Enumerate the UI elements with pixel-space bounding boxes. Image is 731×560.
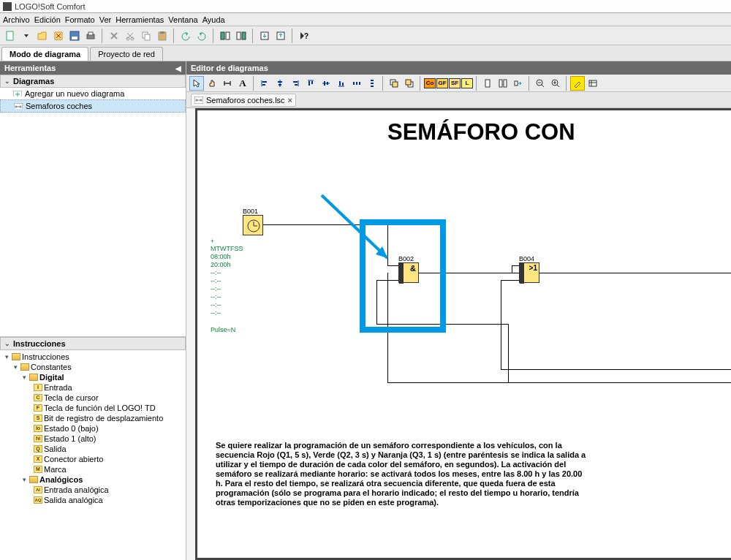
menu-format[interactable]: Formato: [65, 15, 95, 24]
text-tool[interactable]: A: [235, 76, 250, 91]
mode-tabs: Modo de diagrama Proyecto de red: [0, 45, 731, 61]
upload-button[interactable]: [273, 29, 288, 43]
title-bar: LOGO!Soft Comfort: [0, 0, 731, 13]
bring-front[interactable]: [387, 76, 401, 91]
svg-rect-49: [356, 82, 357, 85]
editor-area: Editor de diagramas A Co GF SF L: [186, 61, 731, 560]
pointer-tool[interactable]: [189, 76, 204, 91]
zoom-in[interactable]: [548, 76, 563, 91]
svg-rect-32: [262, 84, 265, 86]
wire-b004-out: [539, 273, 731, 273]
paste-button[interactable]: [155, 29, 170, 43]
align-top[interactable]: [303, 76, 318, 91]
layout1-button[interactable]: [218, 29, 232, 43]
zoom-out[interactable]: [533, 76, 548, 91]
undo-button[interactable]: [178, 29, 193, 43]
menu-tools[interactable]: Herramientas: [115, 15, 164, 24]
ref-tool[interactable]: [586, 76, 600, 91]
convert-button[interactable]: [511, 76, 526, 91]
instruction-tree[interactable]: ▾Instrucciones ▾Constantes ▾Digital IEnt…: [0, 350, 186, 515]
redo-button[interactable]: [194, 29, 209, 43]
b001-label: B001: [243, 208, 258, 215]
menu-window[interactable]: Ventana: [168, 15, 197, 24]
align-center-v[interactable]: [273, 76, 287, 91]
align-bottom[interactable]: [334, 76, 349, 91]
tab-diagram-mode[interactable]: Modo de diagrama: [1, 47, 88, 61]
align-center-h[interactable]: [319, 76, 333, 91]
save-button[interactable]: [67, 29, 82, 43]
link-tool[interactable]: [220, 76, 235, 91]
open-button[interactable]: [35, 29, 50, 43]
close-doc-button[interactable]: [51, 29, 66, 43]
dist-v[interactable]: [365, 76, 379, 91]
new-dropdown[interactable]: [19, 29, 34, 43]
co-button[interactable]: Co: [424, 78, 436, 88]
doc-tabs: Semaforos coches.lsc ×: [186, 92, 731, 108]
inst-i[interactable]: IEntrada: [0, 382, 186, 393]
svg-rect-57: [406, 80, 411, 85]
gf-button[interactable]: GF: [436, 78, 448, 88]
block-b004[interactable]: >1: [519, 262, 539, 283]
svg-rect-7: [88, 32, 93, 35]
layout2-button[interactable]: [234, 29, 249, 43]
dist-h[interactable]: [349, 76, 364, 91]
collapse-left-icon[interactable]: ◀: [175, 64, 181, 72]
page-multi[interactable]: [496, 76, 510, 91]
menu-file[interactable]: Archivo: [3, 15, 30, 24]
cut-button[interactable]: [123, 29, 137, 43]
menu-edit[interactable]: Edición: [34, 15, 61, 24]
send-back[interactable]: [402, 76, 417, 91]
param-t1: 08:00h: [211, 253, 231, 261]
svg-rect-38: [295, 84, 298, 86]
svg-rect-35: [279, 84, 281, 86]
wire-b004-in-v: [512, 265, 512, 273]
block-b001[interactable]: [243, 215, 263, 235]
svg-rect-16: [221, 32, 224, 39]
new-button[interactable]: [3, 29, 18, 43]
svg-rect-47: [342, 83, 344, 86]
inst-q[interactable]: QSalida: [0, 444, 186, 454]
print-button[interactable]: [83, 29, 98, 43]
inst-lo[interactable]: loEstado 0 (bajo): [0, 423, 186, 434]
app-icon: [3, 2, 12, 11]
instructions-header[interactable]: ⌄ Instrucciones: [0, 337, 186, 350]
inst-ai[interactable]: AIEntrada analógica: [0, 485, 186, 495]
svg-line-68: [557, 85, 559, 87]
canvas-scroll[interactable]: SEMÁFORO CON B001 + MTWTFSS 08:00h 20:00…: [186, 108, 731, 560]
param-d2: --:--: [211, 277, 221, 285]
svg-rect-52: [371, 83, 374, 84]
inst-f[interactable]: FTecla de función del LOGO! TD: [0, 403, 186, 413]
add-new-diagram[interactable]: Agregar un nuevo diagrama: [0, 88, 186, 99]
download-button[interactable]: [257, 29, 272, 43]
svg-rect-50: [359, 82, 360, 85]
inst-x[interactable]: XConector abierto: [0, 454, 186, 464]
tab-network-project[interactable]: Proyecto de red: [90, 47, 163, 61]
copy-button[interactable]: [139, 29, 154, 43]
delete-button[interactable]: [107, 29, 121, 43]
inst-aq[interactable]: AQSalida analógica: [0, 495, 186, 505]
sf-button[interactable]: SF: [449, 78, 461, 88]
menu-help[interactable]: Ayuda: [202, 15, 225, 24]
svg-rect-55: [393, 82, 398, 87]
highlight-tool[interactable]: [570, 76, 585, 91]
inst-hi[interactable]: hiEstado 1 (alto): [0, 434, 186, 444]
doc-tab-close[interactable]: ×: [288, 96, 292, 105]
menu-view[interactable]: Ver: [99, 15, 112, 24]
page-single[interactable]: [480, 76, 495, 91]
svg-rect-60: [504, 80, 507, 87]
svg-rect-18: [237, 32, 240, 39]
align-left[interactable]: [257, 76, 272, 91]
diagram-item-semaforos[interactable]: Semaforos coches: [0, 99, 186, 113]
inst-c[interactable]: CTecla de cursor: [0, 393, 186, 403]
param-d4: --:--: [211, 293, 221, 301]
doc-tab-semaforos[interactable]: Semaforos coches.lsc ×: [191, 94, 296, 107]
diagrams-header[interactable]: ⌄ Diagramas: [0, 75, 186, 88]
inst-m[interactable]: MMarca: [0, 464, 186, 474]
help-button[interactable]: ?: [297, 29, 311, 43]
hand-tool[interactable]: [205, 76, 219, 91]
param-d6: --:--: [211, 309, 221, 317]
align-right[interactable]: [288, 76, 303, 91]
diagram-canvas[interactable]: SEMÁFORO CON B001 + MTWTFSS 08:00h 20:00…: [195, 108, 731, 560]
l-button[interactable]: L: [461, 78, 473, 88]
inst-s[interactable]: SBit de registro de desplazamiento: [0, 413, 186, 423]
